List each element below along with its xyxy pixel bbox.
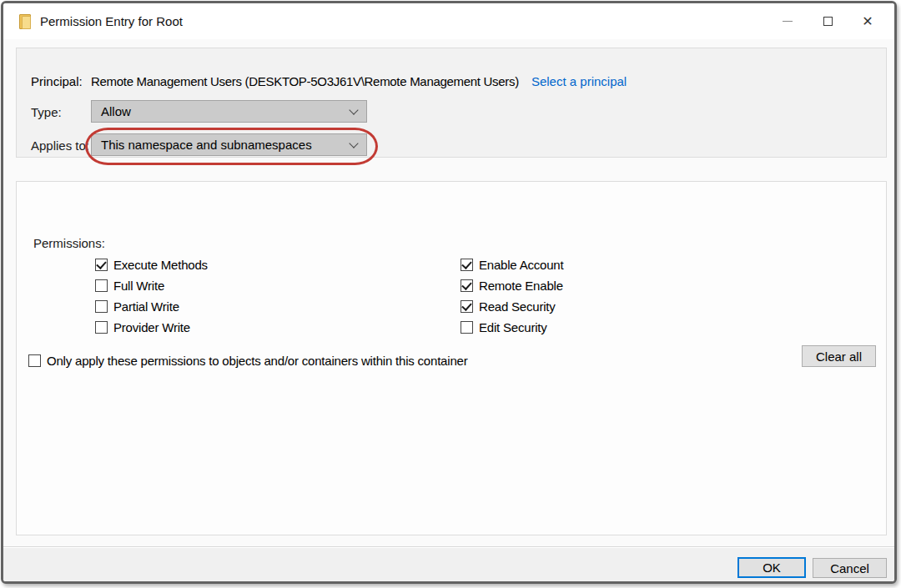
principal-value: Remote Management Users (DESKTOP-5O3J61V…	[91, 74, 519, 88]
permission-checkbox[interactable]	[461, 259, 473, 271]
permissions-section: Permissions: Execute MethodsFull WritePa…	[16, 181, 887, 535]
maximize-button[interactable]	[808, 3, 848, 39]
maximize-icon	[823, 17, 833, 26]
permission-checkbox-label: Full Write	[113, 279, 164, 293]
permissions-column-left: Execute MethodsFull WritePartial WritePr…	[95, 259, 208, 342]
clear-all-button[interactable]: Clear all	[802, 345, 876, 367]
close-icon: ✕	[862, 15, 873, 28]
window-controls: ✕	[768, 3, 888, 39]
permission-checkbox-label: Enable Account	[479, 258, 563, 272]
permissions-column-right: Enable AccountRemote EnableRead Security…	[461, 259, 563, 342]
only-apply-label: Only apply these permissions to objects …	[47, 354, 467, 368]
type-label: Type:	[31, 105, 62, 119]
permission-checkbox[interactable]	[95, 259, 108, 271]
dialog-content: Principal: Remote Management Users (DESK…	[3, 39, 894, 581]
ok-button[interactable]: OK	[737, 557, 806, 578]
permission-checkbox[interactable]	[95, 300, 108, 313]
only-apply-row: Only apply these permissions to objects …	[28, 354, 467, 368]
applies-to-label: Applies to:	[31, 138, 89, 153]
principal-label: Principal:	[31, 74, 91, 88]
permission-checkbox[interactable]	[95, 321, 108, 334]
chevron-down-icon	[349, 138, 358, 148]
permission-row: Remote Enable	[461, 279, 563, 292]
chevron-down-icon	[349, 105, 358, 114]
permission-entry-dialog: Permission Entry for Root ✕ Principal: R…	[1, 1, 897, 584]
permission-checkbox-label: Partial Write	[113, 299, 179, 314]
window-title: Permission Entry for Root	[40, 14, 183, 28]
minimize-button[interactable]	[768, 3, 808, 39]
title-bar: Permission Entry for Root ✕	[3, 3, 894, 39]
applies-to-dropdown-value: This namespace and subnamespaces	[101, 138, 312, 152]
close-button[interactable]: ✕	[848, 3, 888, 39]
permission-checkbox[interactable]	[461, 300, 473, 313]
screenshot: Permission Entry for Root ✕ Principal: R…	[0, 0, 901, 588]
permission-checkbox-label: Provider Write	[113, 320, 190, 334]
permission-checkbox-label: Remote Enable	[479, 279, 563, 293]
permission-checkbox-label: Execute Methods	[113, 258, 208, 272]
only-apply-checkbox[interactable]	[28, 354, 41, 367]
permission-row: Enable Account	[461, 259, 563, 271]
permission-row: Provider Write	[95, 321, 208, 334]
permission-row: Read Security	[461, 300, 563, 313]
permission-checkbox-label: Edit Security	[479, 320, 547, 334]
footer-bar: OK Cancel	[3, 548, 894, 581]
permission-checkbox[interactable]	[95, 279, 108, 292]
permission-row: Execute Methods	[95, 259, 208, 271]
principal-row: Principal: Remote Management Users (DESK…	[31, 74, 627, 88]
minimize-icon	[783, 21, 793, 22]
select-principal-link[interactable]: Select a principal	[531, 74, 627, 88]
cancel-button[interactable]: Cancel	[813, 558, 887, 578]
permission-checkbox[interactable]	[461, 279, 473, 292]
permission-row: Edit Security	[461, 321, 563, 334]
type-dropdown[interactable]: Allow	[91, 100, 367, 123]
applies-to-dropdown[interactable]: This namespace and subnamespaces	[91, 133, 367, 156]
permission-row: Partial Write	[95, 300, 208, 313]
permission-checkbox-label: Read Security	[479, 299, 556, 314]
permission-checkbox[interactable]	[461, 321, 473, 334]
folder-icon	[19, 14, 31, 29]
permission-row: Full Write	[95, 279, 208, 292]
type-dropdown-value: Allow	[101, 104, 131, 118]
principal-section: Principal: Remote Management Users (DESK…	[16, 48, 887, 158]
permissions-label: Permissions:	[33, 236, 105, 250]
